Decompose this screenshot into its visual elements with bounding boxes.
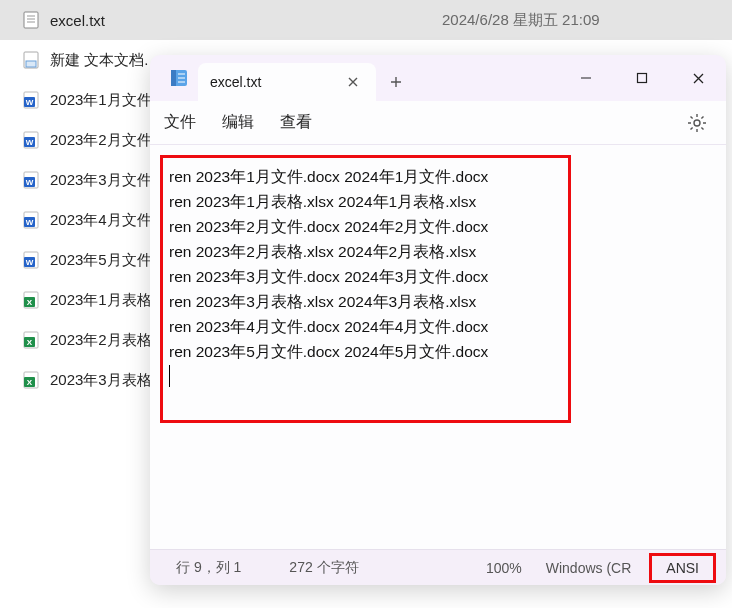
new-tab-button[interactable] xyxy=(376,63,416,101)
notepad-statusbar: 行 9，列 1 272 个字符 100% Windows (CR ANSI xyxy=(150,549,726,585)
notepad-menubar: 文件 编辑 查看 xyxy=(150,101,726,145)
svg-text:X: X xyxy=(27,378,33,387)
tab-title: excel.txt xyxy=(210,74,342,90)
svg-line-44 xyxy=(701,116,703,118)
word-file-icon: W xyxy=(22,90,40,110)
status-position: 行 9，列 1 xyxy=(164,550,253,585)
tab-close-button[interactable] xyxy=(342,71,364,93)
word-file-icon: W xyxy=(22,250,40,270)
gear-icon xyxy=(687,113,707,133)
minimize-button[interactable] xyxy=(558,60,614,96)
notepad-body: ren 2023年1月文件.docx 2024年1月文件.docx ren 20… xyxy=(150,145,726,549)
svg-text:W: W xyxy=(26,178,34,187)
svg-rect-36 xyxy=(638,74,647,83)
word-file-icon: W xyxy=(22,170,40,190)
svg-rect-0 xyxy=(24,12,38,28)
file-name: excel.txt xyxy=(50,12,442,29)
status-encoding[interactable]: ANSI xyxy=(649,553,716,583)
svg-rect-5 xyxy=(26,61,36,67)
svg-text:W: W xyxy=(26,138,34,147)
excel-file-icon: X xyxy=(22,370,40,390)
txt-file-icon xyxy=(22,10,40,30)
svg-line-42 xyxy=(691,116,693,118)
word-file-icon: W xyxy=(22,210,40,230)
status-char-count: 272 个字符 xyxy=(277,550,370,585)
new-file-icon xyxy=(22,50,40,70)
maximize-button[interactable] xyxy=(614,60,670,96)
svg-text:X: X xyxy=(27,298,33,307)
svg-text:X: X xyxy=(27,338,33,347)
notepad-app-icon xyxy=(160,55,198,101)
menu-edit[interactable]: 编辑 xyxy=(222,112,254,133)
svg-text:W: W xyxy=(26,98,34,107)
close-button[interactable] xyxy=(670,60,726,96)
svg-rect-31 xyxy=(171,70,176,86)
svg-line-45 xyxy=(691,127,693,129)
editor-highlight-box: ren 2023年1月文件.docx 2024年1月文件.docx ren 20… xyxy=(160,155,571,423)
excel-file-icon: X xyxy=(22,330,40,350)
svg-text:W: W xyxy=(26,258,34,267)
file-date: 2024/6/28 星期五 21:09 xyxy=(442,11,732,30)
svg-line-43 xyxy=(701,127,703,129)
text-caret xyxy=(169,365,170,387)
window-controls xyxy=(558,55,726,101)
word-file-icon: W xyxy=(22,130,40,150)
notepad-titlebar[interactable]: excel.txt xyxy=(150,55,726,101)
notepad-window: excel.txt 文件 编辑 查看 xyxy=(150,55,726,585)
svg-text:W: W xyxy=(26,218,34,227)
excel-file-icon: X xyxy=(22,290,40,310)
menu-view[interactable]: 查看 xyxy=(280,112,312,133)
settings-button[interactable] xyxy=(682,108,712,138)
file-row[interactable]: excel.txt 2024/6/28 星期五 21:09 xyxy=(0,0,732,40)
menu-file[interactable]: 文件 xyxy=(164,112,196,133)
status-eol[interactable]: Windows (CR xyxy=(534,550,644,585)
svg-point-37 xyxy=(694,120,700,126)
notepad-tab[interactable]: excel.txt xyxy=(198,63,376,101)
text-editor[interactable]: ren 2023年1月文件.docx 2024年1月文件.docx ren 20… xyxy=(169,164,560,364)
status-zoom[interactable]: 100% xyxy=(474,550,534,585)
